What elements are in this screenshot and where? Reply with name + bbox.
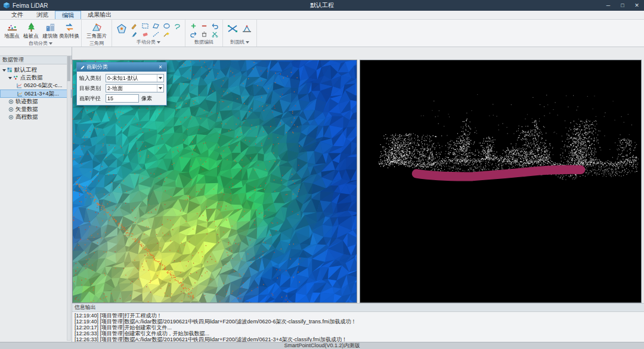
group-expand-icon[interactable] xyxy=(49,42,52,45)
tin-mesh-label: 三角面片 xyxy=(86,33,107,40)
group-expand-icon[interactable] xyxy=(246,41,249,44)
version-text: SmartPointCloud(V0.1.2)内测版 xyxy=(284,342,360,349)
circle-select-icon[interactable] xyxy=(162,22,171,30)
ribbon-group-manual-classify: 手动分类 xyxy=(112,20,185,47)
cut-points-icon[interactable] xyxy=(210,30,219,38)
app-window: 默认工程 Feima LiDAR ─ □ ✕ 文件 浏览 编辑 成果输出 xyxy=(0,0,644,349)
tree-item-scan-0620[interactable]: 0620-6架次-c... xyxy=(0,82,72,89)
log-line: [12:19:40] [项目管理]数据A:/lidar数据/20190621中铁… xyxy=(75,319,642,325)
profile-classification-view[interactable] xyxy=(360,60,641,302)
log-panel-header: 信息输出 xyxy=(72,304,644,312)
tab-browse[interactable]: 浏览 xyxy=(30,11,55,19)
data-category-icon xyxy=(8,99,14,104)
tree-item-pointcloud[interactable]: 点云数据 xyxy=(0,74,72,82)
dialog-close-icon[interactable]: ✕ xyxy=(157,64,164,70)
scan-item-icon xyxy=(16,83,23,88)
tree-item-scan-0621[interactable]: 0621-3+4架... xyxy=(0,89,72,98)
log-line: [12:20:17] [项目管理]开始创建索引文件... xyxy=(75,325,642,331)
tab-file[interactable]: 文件 xyxy=(5,11,30,19)
ground-points-button[interactable]: 地面点 xyxy=(3,21,21,40)
buildings-button[interactable]: 建筑物 xyxy=(41,21,59,40)
scrollbar-thumb[interactable] xyxy=(67,56,70,81)
group-label-profile: 剖面线 xyxy=(230,39,244,45)
eraser-tool-icon[interactable] xyxy=(140,30,150,38)
delete-points-icon[interactable] xyxy=(199,30,209,38)
data-manager-panel: 数据管理 默认工程 点云数据 0620-6架次-c... xyxy=(0,47,72,342)
tree-item-trajectory[interactable]: 轨迹数据 xyxy=(0,98,72,106)
tab-output[interactable]: 成果输出 xyxy=(81,11,118,19)
statusbar: SmartPointCloud(V0.1.2)内测版 xyxy=(0,342,644,349)
log-panel: 信息输出 [12:19:40] [项目管理]打开工程成功！ [12:19:40]… xyxy=(72,303,644,342)
log-line: [12:26:33] [项目管理]数据A:/lidar数据/20190621中铁… xyxy=(75,336,642,342)
tree-item-vector[interactable]: 矢量数据 xyxy=(0,106,72,113)
scan-item-icon xyxy=(17,91,23,97)
input-class-select[interactable]: 0-未知1-默认 xyxy=(106,74,164,82)
ribbon-tab-bar: 文件 浏览 编辑 成果输出 xyxy=(0,11,644,20)
log-lines[interactable]: [12:19:40] [项目管理]打开工程成功！ [12:19:40] [项目管… xyxy=(72,312,644,342)
ribbon-group-tin: 三角面片 三角网 xyxy=(82,20,112,47)
expander-icon[interactable] xyxy=(2,69,7,72)
redo-icon[interactable] xyxy=(188,30,198,38)
app-name: Feima LiDAR xyxy=(13,2,48,9)
target-class-label: 目标类别 xyxy=(79,85,106,92)
dialog-titlebar[interactable]: 画刷分类 ✕ xyxy=(77,63,166,72)
group-label-tin: 三角网 xyxy=(89,40,104,47)
ground-points-label: 地面点 xyxy=(4,33,20,40)
input-class-label: 输入类别 xyxy=(79,75,106,82)
class-convert-button[interactable]: 类别转换 xyxy=(60,21,78,40)
chevron-down-icon xyxy=(157,85,163,92)
maximize-button[interactable]: □ xyxy=(615,0,630,11)
manual-classify-main-button[interactable] xyxy=(115,21,128,36)
tin-mesh-button[interactable]: 三角面片 xyxy=(85,21,109,40)
ribbon-group-auto-classify: 地面点 植被点 建筑物 xyxy=(0,20,82,47)
pencil-tool-icon[interactable] xyxy=(129,22,139,30)
ribbon-group-data-edit: 数据编辑 xyxy=(185,20,223,47)
app-logo-icon xyxy=(3,2,10,9)
tree-item-label: 高程数据 xyxy=(16,113,38,121)
sidebar-scrollbar[interactable] xyxy=(67,55,71,341)
undo-icon[interactable] xyxy=(210,22,219,30)
tree-item-label: 轨迹数据 xyxy=(16,98,38,106)
profile-line-icon[interactable] xyxy=(226,21,239,36)
brush-radius-label: 画刷半径 xyxy=(79,95,106,103)
vegetation-points-icon xyxy=(26,21,37,33)
tree-item-label: 0620-6架次-c... xyxy=(24,82,62,89)
group-label-auto-classify: 自动分类 xyxy=(29,40,48,47)
ground-points-icon xyxy=(7,21,18,33)
brush-classify-dialog: 画刷分类 ✕ 输入类别 0-未知1-默认 目标类别 2-地面 画刷半径 xyxy=(76,62,167,106)
project-tree: 默认工程 点云数据 0620-6架次-c... 0621-3+4架... xyxy=(0,64,72,121)
minimize-button[interactable]: ─ xyxy=(601,0,615,11)
project-icon xyxy=(7,67,13,73)
tree-item-label: 0621-3+4架... xyxy=(24,90,59,98)
line-select-icon[interactable] xyxy=(151,30,160,38)
brush-dialog-icon xyxy=(79,64,85,70)
remove-points-icon[interactable] xyxy=(199,22,209,30)
tab-edit[interactable]: 编辑 xyxy=(55,11,81,19)
vegetation-points-button[interactable]: 植被点 xyxy=(22,21,40,40)
brush-radius-input[interactable] xyxy=(106,94,139,103)
brush-tool-icon[interactable] xyxy=(129,30,139,38)
tree-item-elevation[interactable]: 高程数据 xyxy=(0,113,72,121)
vegetation-points-label: 植被点 xyxy=(23,33,39,40)
lasso-select-icon[interactable] xyxy=(172,22,182,30)
data-manager-header: 数据管理 xyxy=(0,55,72,64)
ribbon-group-profile: 剖面线 xyxy=(223,20,257,47)
target-class-select[interactable]: 2-地面 xyxy=(106,84,164,92)
buildings-icon xyxy=(45,21,56,33)
class-convert-icon xyxy=(64,21,75,33)
data-category-icon xyxy=(8,115,14,120)
group-expand-icon[interactable] xyxy=(157,41,160,44)
expander-icon[interactable] xyxy=(8,77,13,79)
wand-tool-icon[interactable] xyxy=(162,30,171,38)
close-button[interactable]: ✕ xyxy=(630,0,644,11)
polygon-select-icon[interactable] xyxy=(151,22,160,30)
profile-viewbox xyxy=(360,60,642,303)
chevron-down-icon xyxy=(157,75,163,82)
add-points-icon[interactable] xyxy=(188,22,198,30)
class-convert-label: 类别转换 xyxy=(59,33,79,40)
rect-select-icon[interactable] xyxy=(140,22,150,30)
tree-item-label: 矢量数据 xyxy=(16,106,38,113)
tree-item-project[interactable]: 默认工程 xyxy=(0,66,72,74)
cross-section-icon[interactable] xyxy=(240,21,253,36)
pointcloud-folder-icon xyxy=(13,75,19,81)
